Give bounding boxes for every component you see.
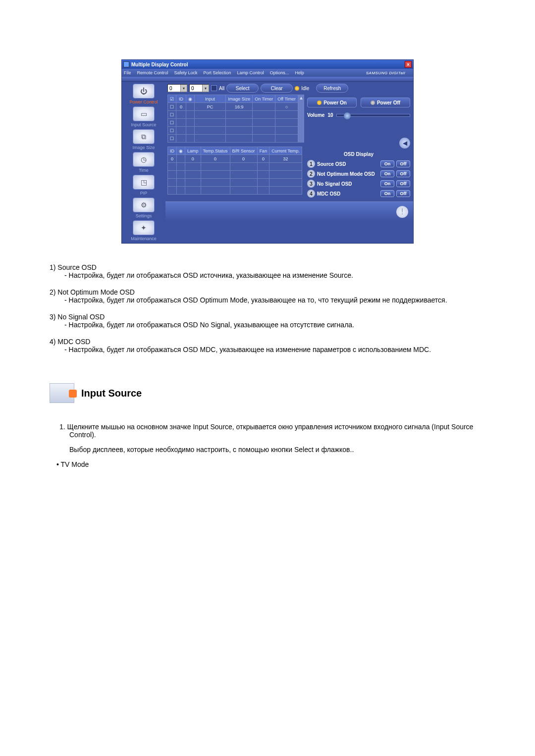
menu-lamp[interactable]: Lamp Control <box>237 70 264 75</box>
sensor-grid: ID ◉ Lamp Temp.Status B/R Sensor Fan Cur… <box>167 147 302 195</box>
volume-back-icon[interactable]: ◀ <box>399 138 410 149</box>
col-stat: ◉ <box>186 95 194 103</box>
right-panel: Power On Power Off Volume 10 <box>304 95 413 202</box>
sidebar-item-label: Time <box>122 168 165 173</box>
input-icon: ▭ <box>133 106 155 121</box>
sidebar-item-settings[interactable]: ⚙ Settings <box>122 198 165 218</box>
bullet-tvmode: • TV Mode <box>56 460 485 468</box>
col-ctemp: Current Temp. <box>269 147 302 155</box>
section-heading: Input Source <box>50 383 485 403</box>
idle-label: Idle <box>301 86 309 91</box>
col-chk[interactable]: ☑ <box>168 95 176 103</box>
display-grid: ☑ ID ◉ Input Image Size On Timer Off Tim… <box>167 95 298 143</box>
callout-2-icon: 2 <box>307 170 315 178</box>
menu-safety[interactable]: Safety Lock <box>174 70 198 75</box>
osd-label: No Signal OSD <box>317 181 378 187</box>
callout-3-icon: 3 <box>307 180 315 188</box>
clear-button[interactable]: Clear <box>261 84 293 93</box>
app-icon <box>123 61 129 67</box>
osd-row-nosignal: 3 No Signal OSD On Off <box>307 180 410 188</box>
osd-on-button[interactable]: On <box>380 160 394 167</box>
volume-value: 10 <box>327 112 333 118</box>
idle-dot-icon <box>295 86 299 91</box>
sidebar-item-label: Input Source <box>122 122 165 127</box>
callout-1-icon: 1 <box>307 160 315 168</box>
osd-off-button[interactable]: Off <box>396 160 410 167</box>
section-title: Input Source <box>81 388 142 399</box>
osd-heading: OSD Display <box>307 151 410 157</box>
select-button[interactable]: Select <box>226 84 259 93</box>
spinner-0[interactable]: 0 <box>167 84 187 92</box>
title-bar: Multiple Display Control × <box>122 60 413 69</box>
menu-help[interactable]: Help <box>295 70 304 75</box>
all-checkbox[interactable] <box>211 85 217 91</box>
callout-4-icon: 4 <box>307 190 315 198</box>
table-row[interactable]: ☐ 0 PC 16:9 ○ <box>168 103 298 111</box>
sidebar-item-label: Image Size <box>122 145 165 150</box>
refresh-button[interactable]: Refresh <box>316 84 348 93</box>
col-br: B/R Sensor <box>230 147 257 155</box>
power-on-button[interactable]: Power On <box>307 98 357 107</box>
info-icon: ! <box>396 206 408 218</box>
maint-icon: ✦ <box>133 220 155 235</box>
osd-off-button[interactable]: Off <box>396 180 410 187</box>
col-temp: Temp.Status <box>201 147 230 155</box>
spinner-1[interactable]: 0 <box>189 84 209 92</box>
step-1a: 1. Щелкните мышью на основном значке Inp… <box>59 423 485 439</box>
size-icon: ⧉ <box>133 129 155 144</box>
osd-row-optimum: 2 Not Optimum Mode OSD On Off <box>307 170 410 178</box>
window-title: Multiple Display Control <box>131 62 405 67</box>
settings-icon: ⚙ <box>133 198 155 212</box>
osd-off-button[interactable]: Off <box>396 190 410 197</box>
all-label: All <box>219 86 224 91</box>
slider-handle[interactable] <box>344 112 351 119</box>
col-input: Input <box>194 95 225 103</box>
menu-remote[interactable]: Remote Control <box>137 70 168 75</box>
power-off-button[interactable]: Power Off <box>361 98 410 107</box>
osd-on-button[interactable]: On <box>380 190 394 197</box>
item-2-term: 2) Not Optimum Mode OSD <box>50 288 485 296</box>
brand-label: SAMSUNG DIGITall <box>366 71 405 75</box>
divider <box>122 77 413 82</box>
sidebar-item-pip[interactable]: ◳ PIP <box>122 175 165 196</box>
close-icon[interactable]: × <box>405 61 412 68</box>
osd-off-button[interactable]: Off <box>396 170 410 177</box>
col-lamp: Lamp <box>185 147 201 155</box>
item-1-desc: - Настройка, будет ли отображаться OSD и… <box>64 271 485 279</box>
sidebar-item-maint[interactable]: ✦ Maintenance <box>122 220 165 241</box>
osd-on-button[interactable]: On <box>380 170 394 177</box>
col-fan: Fan <box>257 147 269 155</box>
sidebar-item-label: Maintenance <box>122 236 165 241</box>
power-icon: ⏻ <box>133 84 155 99</box>
sidebar-item-label: PIP <box>122 191 165 196</box>
sidebar: ⏻ Power Control ▭ Input Source ⧉ Image S… <box>122 82 165 243</box>
pip-icon: ◳ <box>133 175 155 190</box>
time-icon: ◷ <box>133 152 155 167</box>
idle-indicator: Idle <box>295 86 309 91</box>
item-3-term: 3) No Signal OSD <box>50 313 485 321</box>
volume-slider[interactable] <box>336 114 410 117</box>
menu-file[interactable]: File <box>124 70 131 75</box>
scrollbar[interactable]: ▲ <box>298 95 304 143</box>
menu-port[interactable]: Port Selection <box>204 70 231 75</box>
col-stat2: ◉ <box>177 147 185 155</box>
item-4-desc: - Настройка, будет ли отображаться OSD M… <box>64 346 485 353</box>
col-ontimer: On Timer <box>253 95 275 103</box>
sidebar-item-label: Settings <box>122 213 165 218</box>
osd-row-source: 1 Source OSD On Off <box>307 160 410 168</box>
col-id2: ID <box>168 147 177 155</box>
menu-options[interactable]: Options... <box>270 70 289 75</box>
sidebar-item-input[interactable]: ▭ Input Source <box>122 106 165 127</box>
off-dot-icon <box>371 101 375 105</box>
status-bar: ! <box>165 202 413 221</box>
osd-on-button[interactable]: On <box>380 180 394 187</box>
sidebar-item-time[interactable]: ◷ Time <box>122 152 165 173</box>
volume-label: Volume <box>307 112 324 118</box>
item-3-desc: - Настройка, будет ли отображаться OSD N… <box>64 321 485 329</box>
table-row[interactable]: 0 0 0 0 0 32 <box>168 155 302 163</box>
osd-label: MDC OSD <box>317 191 378 197</box>
sidebar-item-size[interactable]: ⧉ Image Size <box>122 129 165 150</box>
toolbar: 0 0 All Select Clear Idle Refresh <box>165 82 413 95</box>
sidebar-item-power[interactable]: ⏻ Power Control <box>122 84 165 104</box>
menu-bar: File Remote Control Safety Lock Port Sel… <box>122 69 413 77</box>
